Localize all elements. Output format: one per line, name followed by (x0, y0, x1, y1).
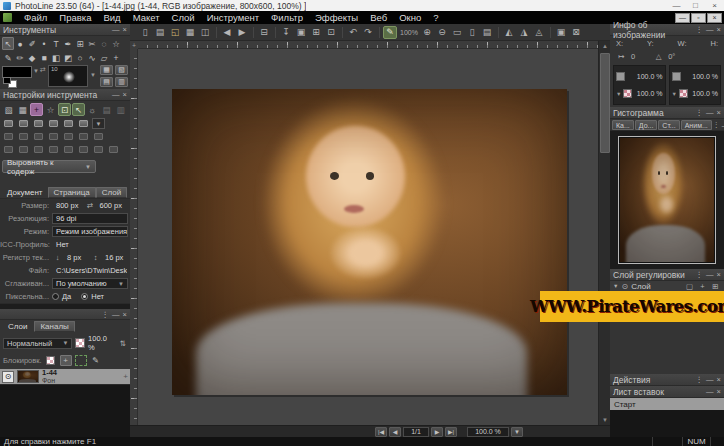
brush-tool-icon[interactable]: ✐ (26, 37, 38, 50)
menu-view[interactable]: Вид (97, 12, 126, 23)
mode-dropdown[interactable]: Режим изображения▼ (52, 226, 128, 237)
opacity-stepper-icon[interactable]: ⇅ (117, 338, 128, 348)
menu-web[interactable]: Веб (364, 12, 393, 23)
cursor-mode-icon[interactable]: ↖ (72, 103, 85, 116)
pipette-icon[interactable]: ↧ (279, 26, 293, 39)
undo-icon[interactable]: ↶ (346, 26, 360, 39)
edit-mode-icon[interactable]: ✎ (383, 26, 397, 39)
panel-close-icon[interactable]: × (717, 375, 721, 384)
mask-mode-icon[interactable]: ▧ (2, 103, 15, 116)
box-mode-icon[interactable]: ⊡ (58, 103, 71, 116)
panel-minimize-icon[interactable]: — (112, 25, 120, 34)
copy-icon[interactable]: ⊞ (309, 26, 323, 39)
panel-minimize-icon[interactable]: — (112, 310, 120, 319)
mask-option-icon[interactable]: ▧ (115, 65, 128, 75)
foreground-mini-swatch[interactable] (3, 77, 11, 84)
panel-minimize-icon[interactable]: — (112, 90, 120, 99)
star-mode-icon[interactable]: ☆ (44, 103, 57, 116)
size-link-icon[interactable]: ⇄ (85, 201, 96, 211)
save-icon[interactable]: ◫ (198, 26, 212, 39)
scroll-up-icon[interactable]: ▲ (599, 41, 610, 51)
tab-do[interactable]: До... (635, 120, 658, 130)
ellipse-tool-icon[interactable]: ● (14, 37, 26, 50)
align-center-v-icon[interactable] (62, 118, 75, 129)
add-mode-icon[interactable]: + (30, 103, 43, 116)
swap-colors-icon[interactable]: ⇄ (40, 66, 46, 74)
minimize-button[interactable]: — (667, 0, 686, 11)
scroll-down-icon[interactable]: ▼ (599, 415, 610, 425)
menu-effects[interactable]: Эффекты (309, 12, 364, 23)
collapse-icon[interactable]: ▼ (613, 283, 618, 289)
panel-close-icon[interactable]: × (717, 270, 721, 279)
zoom-level-field[interactable]: 100.0 % (467, 427, 509, 437)
adjustment-grid-icon[interactable]: ⊞ (710, 281, 721, 291)
menu-edit[interactable]: Правка (53, 12, 97, 23)
grid-mode-icon[interactable]: ▦ (16, 103, 29, 116)
rotate-right-icon[interactable]: ◮ (517, 26, 531, 39)
tab-layer[interactable]: Слой (96, 187, 127, 198)
distribute-bottom-icon[interactable] (77, 131, 90, 142)
spread-h-icon[interactable] (2, 144, 15, 155)
wand-tool-icon[interactable]: ☆ (110, 37, 122, 50)
size-width-value[interactable]: 800 px (52, 200, 85, 211)
grid-option-icon[interactable]: ▦ (100, 65, 113, 75)
panel-menu-icon[interactable]: ⋮ (696, 375, 704, 384)
scrollbar-thumb[interactable] (600, 53, 610, 153)
brush-preview[interactable]: 10 (48, 65, 88, 87)
pages-icon[interactable]: ▤ (480, 26, 494, 39)
new-document-icon[interactable]: ▯ (138, 26, 152, 39)
opacity-value[interactable]: 100.0 % (88, 334, 114, 352)
panel-minimize-icon[interactable]: — (706, 387, 714, 396)
vertical-scrollbar[interactable]: ▲ ▼ (598, 41, 610, 425)
distribute-left-icon[interactable] (2, 131, 15, 142)
align-left-icon[interactable] (2, 118, 15, 129)
panel-close-icon[interactable]: × (717, 108, 721, 117)
panel-close-icon[interactable]: × (123, 310, 127, 319)
chevron-down-icon[interactable]: ▼ (672, 91, 677, 97)
distribute-center-h-icon[interactable] (17, 131, 30, 142)
distribute-center-v-icon[interactable] (62, 131, 75, 142)
panel-minimize-icon[interactable]: — (706, 108, 714, 117)
chevron-down-icon[interactable]: ▼ (616, 91, 621, 97)
register-value-1[interactable]: 8 px (63, 252, 90, 263)
panel-minimize-icon[interactable]: — (706, 375, 714, 384)
grid-icon[interactable]: ⊠ (569, 26, 583, 39)
equal-width-icon[interactable] (62, 144, 75, 155)
fit-window-icon[interactable]: ▭ (450, 26, 464, 39)
smudge-tool-icon[interactable]: ∿ (86, 51, 98, 64)
open-icon[interactable]: ◱ (168, 26, 182, 39)
distribute-grid-icon[interactable] (92, 131, 105, 142)
zoom-in-icon[interactable]: ⊕ (420, 26, 434, 39)
zoom-out-icon[interactable]: ⊖ (435, 26, 449, 39)
table-mode-icon[interactable]: ▤ (100, 103, 113, 116)
resolution-field[interactable]: 96 dpi (52, 213, 128, 224)
document-image[interactable] (172, 89, 567, 395)
menu-help[interactable]: ? (427, 12, 444, 23)
distribute-right-icon[interactable] (32, 131, 45, 142)
lock-pixels-icon[interactable]: ✎ (90, 355, 102, 366)
align-bottom-icon[interactable] (77, 118, 90, 129)
blend-mode-dropdown[interactable]: Нормальный ▼ (3, 338, 72, 349)
eraser-tool-icon[interactable]: ▱ (98, 51, 110, 64)
align-to-content-button[interactable]: Выровнять к содерж ▼ (2, 160, 96, 173)
color-dropdown-icon[interactable]: ▼ (33, 68, 39, 74)
droplet-tool-icon[interactable]: ○ (74, 51, 86, 64)
stamp-tool-icon[interactable]: + (110, 51, 122, 64)
browse-icon[interactable]: ▦ (183, 26, 197, 39)
align-top-icon[interactable] (47, 118, 60, 129)
back-icon[interactable]: ◀ (220, 26, 234, 39)
align-dropdown-icon[interactable]: ▼ (92, 118, 105, 129)
maximize-button[interactable]: □ (686, 0, 705, 11)
clone-icon[interactable]: ▣ (294, 26, 308, 39)
ruler-origin-icon[interactable]: + (130, 41, 138, 49)
dot-tool-icon[interactable]: • (38, 37, 50, 50)
knife-tool-icon[interactable]: ✂ (86, 37, 98, 50)
layer-add-icon[interactable]: + (123, 372, 128, 381)
size-height-value[interactable]: 600 px (96, 200, 129, 211)
spread-gap-h-icon[interactable] (32, 144, 45, 155)
warp-icon[interactable]: ◬ (532, 26, 546, 39)
spread-gap-v-icon[interactable] (47, 144, 60, 155)
lasso-tool-icon[interactable]: ◌ (98, 37, 110, 50)
align-right-icon[interactable] (32, 118, 45, 129)
gear-icon[interactable]: ☼ (86, 103, 99, 116)
